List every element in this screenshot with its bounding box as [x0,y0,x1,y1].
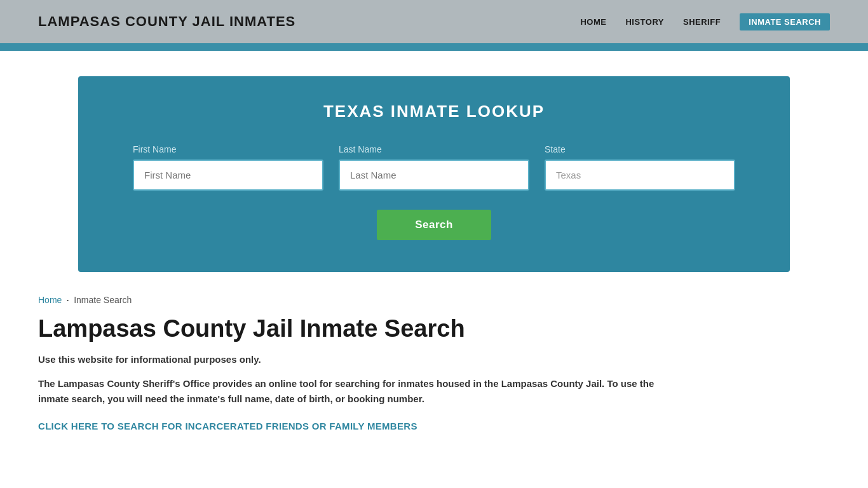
search-fields-row: First Name Last Name State [116,144,752,191]
last-name-label: Last Name [339,144,529,154]
page-description: The Lampasas County Sheriff's Office pro… [38,376,674,407]
state-group: State [545,144,735,191]
nav-inmate-search[interactable]: INMATE SEARCH [740,13,830,30]
main-nav: HOME HISTORY SHERIFF INMATE SEARCH [580,13,830,30]
first-name-group: First Name [133,144,323,191]
search-link[interactable]: CLICK HERE to Search for Incarcerated Fr… [38,421,417,431]
page-title: Lampasas County Jail Inmate Search [38,315,830,342]
nav-history[interactable]: HISTORY [625,17,664,27]
header-accent-bar [0,46,868,51]
page-subtitle: Use this website for informational purpo… [38,354,830,365]
site-header: LAMPASAS COUNTY JAIL INMATES HOME HISTOR… [0,0,868,46]
breadcrumb-separator: • [67,297,69,303]
search-button[interactable]: Search [377,210,491,240]
inmate-lookup-form: TEXAS INMATE LOOKUP First Name Last Name… [78,76,790,272]
state-label: State [545,144,735,154]
nav-sheriff[interactable]: SHERIFF [683,17,721,27]
last-name-input[interactable] [339,159,529,191]
lookup-title: TEXAS INMATE LOOKUP [116,102,752,121]
breadcrumb: Home • Inmate Search [38,295,830,305]
site-title: LAMPASAS COUNTY JAIL INMATES [38,13,295,30]
first-name-input[interactable] [133,159,323,191]
last-name-group: Last Name [339,144,529,191]
first-name-label: First Name [133,144,323,154]
breadcrumb-current: Inmate Search [74,295,132,305]
state-input[interactable] [545,159,735,191]
search-button-wrap: Search [116,210,752,240]
main-content: TEXAS INMATE LOOKUP First Name Last Name… [0,51,868,458]
breadcrumb-home-link[interactable]: Home [38,295,62,305]
nav-home[interactable]: HOME [580,17,606,27]
